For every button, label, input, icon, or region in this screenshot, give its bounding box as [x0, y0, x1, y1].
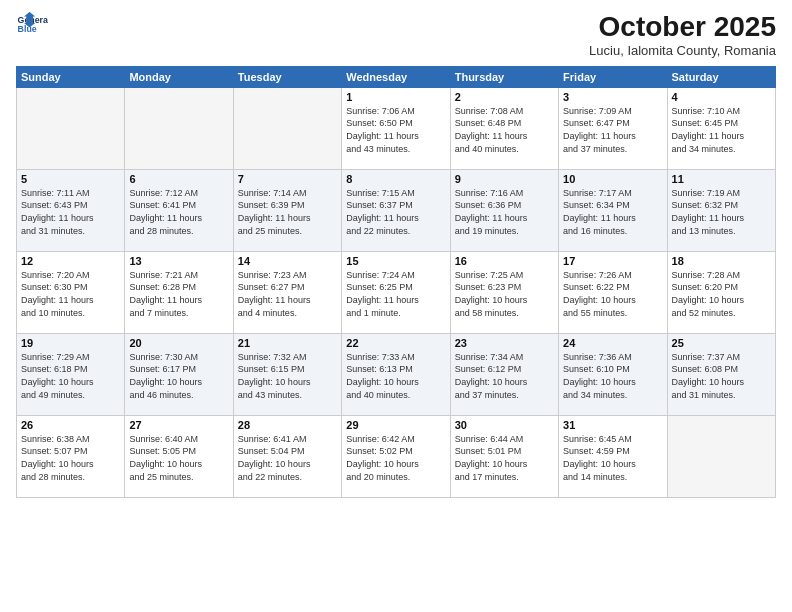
calendar-week-row: 26Sunrise: 6:38 AM Sunset: 5:07 PM Dayli… — [17, 415, 776, 497]
calendar-cell — [17, 87, 125, 169]
day-number: 30 — [455, 419, 554, 431]
day-number: 9 — [455, 173, 554, 185]
calendar-cell: 15Sunrise: 7:24 AM Sunset: 6:25 PM Dayli… — [342, 251, 450, 333]
calendar-cell: 17Sunrise: 7:26 AM Sunset: 6:22 PM Dayli… — [559, 251, 667, 333]
calendar-cell: 20Sunrise: 7:30 AM Sunset: 6:17 PM Dayli… — [125, 333, 233, 415]
day-number: 27 — [129, 419, 228, 431]
day-info: Sunrise: 6:41 AM Sunset: 5:04 PM Dayligh… — [238, 433, 337, 483]
calendar-cell: 21Sunrise: 7:32 AM Sunset: 6:15 PM Dayli… — [233, 333, 341, 415]
weekday-header: Thursday — [450, 66, 558, 87]
day-info: Sunrise: 7:21 AM Sunset: 6:28 PM Dayligh… — [129, 269, 228, 319]
calendar-cell: 10Sunrise: 7:17 AM Sunset: 6:34 PM Dayli… — [559, 169, 667, 251]
day-number: 2 — [455, 91, 554, 103]
day-info: Sunrise: 7:12 AM Sunset: 6:41 PM Dayligh… — [129, 187, 228, 237]
calendar-cell: 28Sunrise: 6:41 AM Sunset: 5:04 PM Dayli… — [233, 415, 341, 497]
day-number: 15 — [346, 255, 445, 267]
day-info: Sunrise: 7:36 AM Sunset: 6:10 PM Dayligh… — [563, 351, 662, 401]
weekday-header: Monday — [125, 66, 233, 87]
calendar-cell: 22Sunrise: 7:33 AM Sunset: 6:13 PM Dayli… — [342, 333, 450, 415]
day-number: 24 — [563, 337, 662, 349]
calendar-cell: 19Sunrise: 7:29 AM Sunset: 6:18 PM Dayli… — [17, 333, 125, 415]
calendar-cell: 6Sunrise: 7:12 AM Sunset: 6:41 PM Daylig… — [125, 169, 233, 251]
day-number: 19 — [21, 337, 120, 349]
calendar-cell — [125, 87, 233, 169]
day-info: Sunrise: 7:19 AM Sunset: 6:32 PM Dayligh… — [672, 187, 771, 237]
month-title: October 2025 — [589, 12, 776, 43]
day-number: 1 — [346, 91, 445, 103]
day-info: Sunrise: 6:40 AM Sunset: 5:05 PM Dayligh… — [129, 433, 228, 483]
day-number: 25 — [672, 337, 771, 349]
weekday-header: Tuesday — [233, 66, 341, 87]
calendar-cell: 8Sunrise: 7:15 AM Sunset: 6:37 PM Daylig… — [342, 169, 450, 251]
day-number: 22 — [346, 337, 445, 349]
day-number: 21 — [238, 337, 337, 349]
day-number: 18 — [672, 255, 771, 267]
day-info: Sunrise: 7:26 AM Sunset: 6:22 PM Dayligh… — [563, 269, 662, 319]
day-info: Sunrise: 7:24 AM Sunset: 6:25 PM Dayligh… — [346, 269, 445, 319]
logo: General Blue — [16, 12, 48, 40]
day-info: Sunrise: 7:11 AM Sunset: 6:43 PM Dayligh… — [21, 187, 120, 237]
day-number: 11 — [672, 173, 771, 185]
calendar-cell: 26Sunrise: 6:38 AM Sunset: 5:07 PM Dayli… — [17, 415, 125, 497]
weekday-header: Friday — [559, 66, 667, 87]
calendar-cell: 31Sunrise: 6:45 AM Sunset: 4:59 PM Dayli… — [559, 415, 667, 497]
calendar-cell: 7Sunrise: 7:14 AM Sunset: 6:39 PM Daylig… — [233, 169, 341, 251]
day-info: Sunrise: 7:32 AM Sunset: 6:15 PM Dayligh… — [238, 351, 337, 401]
calendar-cell: 29Sunrise: 6:42 AM Sunset: 5:02 PM Dayli… — [342, 415, 450, 497]
day-number: 17 — [563, 255, 662, 267]
day-info: Sunrise: 6:38 AM Sunset: 5:07 PM Dayligh… — [21, 433, 120, 483]
calendar: SundayMondayTuesdayWednesdayThursdayFrid… — [16, 66, 776, 498]
day-number: 4 — [672, 91, 771, 103]
day-number: 20 — [129, 337, 228, 349]
logo-icon: General Blue — [16, 12, 48, 40]
day-info: Sunrise: 6:42 AM Sunset: 5:02 PM Dayligh… — [346, 433, 445, 483]
day-info: Sunrise: 7:16 AM Sunset: 6:36 PM Dayligh… — [455, 187, 554, 237]
calendar-cell: 27Sunrise: 6:40 AM Sunset: 5:05 PM Dayli… — [125, 415, 233, 497]
calendar-cell: 1Sunrise: 7:06 AM Sunset: 6:50 PM Daylig… — [342, 87, 450, 169]
title-block: October 2025 Luciu, Ialomita County, Rom… — [589, 12, 776, 58]
calendar-cell — [233, 87, 341, 169]
day-number: 13 — [129, 255, 228, 267]
calendar-cell: 5Sunrise: 7:11 AM Sunset: 6:43 PM Daylig… — [17, 169, 125, 251]
day-info: Sunrise: 7:28 AM Sunset: 6:20 PM Dayligh… — [672, 269, 771, 319]
calendar-week-row: 5Sunrise: 7:11 AM Sunset: 6:43 PM Daylig… — [17, 169, 776, 251]
day-number: 26 — [21, 419, 120, 431]
day-info: Sunrise: 7:14 AM Sunset: 6:39 PM Dayligh… — [238, 187, 337, 237]
day-number: 16 — [455, 255, 554, 267]
calendar-week-row: 12Sunrise: 7:20 AM Sunset: 6:30 PM Dayli… — [17, 251, 776, 333]
day-number: 6 — [129, 173, 228, 185]
day-number: 29 — [346, 419, 445, 431]
calendar-week-row: 1Sunrise: 7:06 AM Sunset: 6:50 PM Daylig… — [17, 87, 776, 169]
calendar-cell: 3Sunrise: 7:09 AM Sunset: 6:47 PM Daylig… — [559, 87, 667, 169]
day-number: 31 — [563, 419, 662, 431]
calendar-cell: 13Sunrise: 7:21 AM Sunset: 6:28 PM Dayli… — [125, 251, 233, 333]
day-info: Sunrise: 7:37 AM Sunset: 6:08 PM Dayligh… — [672, 351, 771, 401]
calendar-cell: 30Sunrise: 6:44 AM Sunset: 5:01 PM Dayli… — [450, 415, 558, 497]
day-info: Sunrise: 7:29 AM Sunset: 6:18 PM Dayligh… — [21, 351, 120, 401]
day-info: Sunrise: 7:15 AM Sunset: 6:37 PM Dayligh… — [346, 187, 445, 237]
day-info: Sunrise: 7:23 AM Sunset: 6:27 PM Dayligh… — [238, 269, 337, 319]
calendar-cell: 25Sunrise: 7:37 AM Sunset: 6:08 PM Dayli… — [667, 333, 775, 415]
day-number: 12 — [21, 255, 120, 267]
day-info: Sunrise: 7:17 AM Sunset: 6:34 PM Dayligh… — [563, 187, 662, 237]
day-info: Sunrise: 7:34 AM Sunset: 6:12 PM Dayligh… — [455, 351, 554, 401]
day-info: Sunrise: 7:08 AM Sunset: 6:48 PM Dayligh… — [455, 105, 554, 155]
subtitle: Luciu, Ialomita County, Romania — [589, 43, 776, 58]
day-number: 28 — [238, 419, 337, 431]
calendar-cell: 18Sunrise: 7:28 AM Sunset: 6:20 PM Dayli… — [667, 251, 775, 333]
day-number: 23 — [455, 337, 554, 349]
svg-text:Blue: Blue — [18, 24, 37, 34]
day-info: Sunrise: 7:10 AM Sunset: 6:45 PM Dayligh… — [672, 105, 771, 155]
weekday-header: Sunday — [17, 66, 125, 87]
calendar-cell: 4Sunrise: 7:10 AM Sunset: 6:45 PM Daylig… — [667, 87, 775, 169]
day-number: 3 — [563, 91, 662, 103]
calendar-cell: 12Sunrise: 7:20 AM Sunset: 6:30 PM Dayli… — [17, 251, 125, 333]
day-info: Sunrise: 7:06 AM Sunset: 6:50 PM Dayligh… — [346, 105, 445, 155]
calendar-cell: 16Sunrise: 7:25 AM Sunset: 6:23 PM Dayli… — [450, 251, 558, 333]
day-info: Sunrise: 6:44 AM Sunset: 5:01 PM Dayligh… — [455, 433, 554, 483]
weekday-header: Saturday — [667, 66, 775, 87]
day-info: Sunrise: 7:09 AM Sunset: 6:47 PM Dayligh… — [563, 105, 662, 155]
calendar-cell: 14Sunrise: 7:23 AM Sunset: 6:27 PM Dayli… — [233, 251, 341, 333]
calendar-cell: 23Sunrise: 7:34 AM Sunset: 6:12 PM Dayli… — [450, 333, 558, 415]
day-number: 14 — [238, 255, 337, 267]
